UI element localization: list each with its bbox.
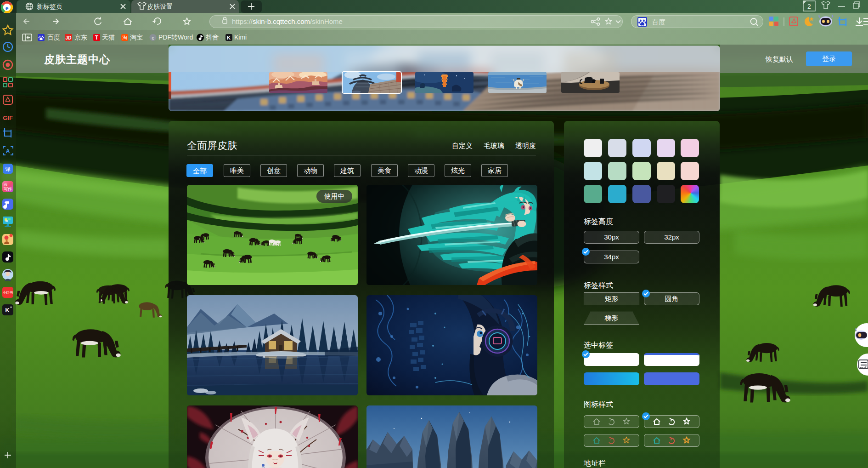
svg-text:K: K bbox=[227, 35, 231, 40]
svg-text:GIF: GIF bbox=[3, 114, 13, 121]
svg-text:新标签页: 新标签页 bbox=[37, 3, 62, 10]
svg-text:译: 译 bbox=[5, 166, 11, 172]
svg-text:JD: JD bbox=[66, 35, 72, 40]
svg-text:2: 2 bbox=[807, 3, 811, 10]
svg-text:e: e bbox=[6, 4, 9, 11]
svg-text:PDF转Word: PDF转Word bbox=[158, 34, 193, 41]
svg-text:京东: 京东 bbox=[74, 34, 87, 41]
svg-text:K: K bbox=[5, 307, 10, 314]
svg-text:抖音: 抖音 bbox=[206, 34, 219, 41]
svg-text:淘: 淘 bbox=[123, 35, 127, 40]
svg-text:淘宝: 淘宝 bbox=[130, 34, 143, 41]
svg-text:T: T bbox=[95, 34, 99, 41]
svg-text:c: c bbox=[152, 35, 154, 40]
svg-text:小红书: 小红书 bbox=[2, 291, 13, 295]
svg-text:https://skin-b.cqttech.com/ski: https://skin-b.cqttech.com/skinHome bbox=[232, 17, 343, 25]
svg-text:A: A bbox=[6, 148, 10, 154]
svg-text:皮肤设置: 皮肤设置 bbox=[147, 3, 173, 10]
svg-text:Kimi: Kimi bbox=[234, 34, 247, 41]
svg-text:天猫: 天猫 bbox=[102, 34, 115, 41]
svg-text:Ai: Ai bbox=[4, 183, 7, 187]
svg-text:百度: 百度 bbox=[47, 34, 60, 41]
svg-text:百度: 百度 bbox=[652, 18, 665, 26]
svg-text:写作: 写作 bbox=[4, 187, 12, 191]
